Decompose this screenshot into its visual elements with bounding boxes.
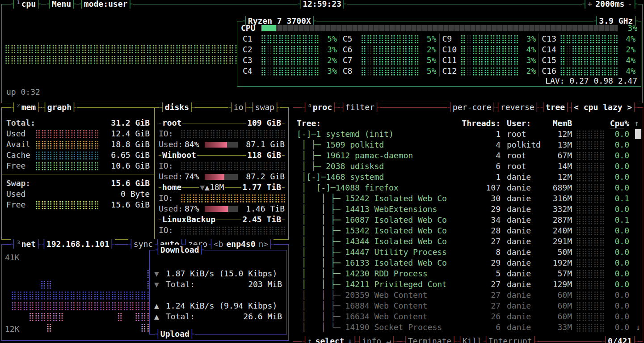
process-row[interactable]: │ │ └─ 14190 Socket Process6danie33M⣿⣿⣿⣿… bbox=[297, 322, 639, 333]
select-up-arrow[interactable]: ↑ bbox=[307, 336, 312, 343]
process-row[interactable]: │ │ ├─ 14211 Privileged Cont27danie129M⣿… bbox=[297, 279, 639, 290]
menu-button[interactable]: Menu bbox=[46, 0, 76, 9]
tab-net[interactable]: ³net bbox=[11, 239, 41, 250]
process-row[interactable]: │ [-]─14088 firefox107danie689M⣿⣿⣿⣿⣿⣿0.0 bbox=[297, 182, 639, 193]
mode-label: mode:user bbox=[84, 0, 128, 9]
disk-io-row: IO:⣿⣿⣿⣿⣿⣿⣿⣿⣿⣿⣿⣿⣿⣿⣿⣿⣿⣿⣿⣿⣿⣿⣿⣿⣿⣿ bbox=[159, 193, 285, 203]
column-memb[interactable]: MemB bbox=[547, 118, 572, 129]
disk-io-label: IO: bbox=[159, 128, 180, 139]
divider-line bbox=[282, 123, 285, 123]
disk-io-meter: ⣿⣿⣿⣿⣿⣿⣿⣿⣿⣿⣿⣿⣿⣿⣿⣿⣿⣿⣿⣿⣿⣿⣿⣿⣿⣿ bbox=[180, 128, 285, 139]
terminate-button[interactable]: Terminate bbox=[403, 336, 457, 343]
select-control[interactable]: ↑ select ↓ bbox=[302, 336, 358, 343]
mem-graph-label: graph bbox=[47, 102, 72, 113]
disk-used-percent: 87% bbox=[185, 203, 202, 214]
process-cpu-meter: ⣿⣿⣿⣿⣿⣿ bbox=[572, 268, 604, 279]
download-scale-label: 41K bbox=[5, 252, 20, 263]
process-threads: 6 bbox=[460, 161, 501, 172]
process-row[interactable]: │[-]─1468 systemd1danie12M⣿⣿⣿⣿⣿⣿0.0 bbox=[297, 172, 639, 182]
disks-swap-toggle[interactable]: swap bbox=[250, 102, 280, 113]
net-sync-toggle[interactable]: sync bbox=[128, 239, 158, 250]
column-user[interactable]: User: bbox=[501, 118, 547, 129]
process-count-value: 0/421 bbox=[608, 336, 632, 343]
process-tree-name: │ │ ├─ 14211 Privileged Cont bbox=[297, 279, 460, 290]
tab-mem[interactable]: ²mem bbox=[11, 102, 41, 113]
scroll-up-arrow[interactable]: ↑ bbox=[629, 118, 639, 129]
divider-line bbox=[216, 220, 241, 220]
mode-toggle[interactable]: mode:user bbox=[79, 0, 133, 9]
interval-increase-button[interactable]: + bbox=[587, 0, 592, 9]
core-label: C14 bbox=[542, 44, 560, 55]
disk-io-meter: ⣿⣿⣿⣿⣿⣿⣿⣿⣿⣿⣿⣿⣿⣿⣿⣿⣿⣿⣿⣿⣿⣿⣿⣿⣿⣿ bbox=[180, 225, 285, 236]
kill-button[interactable]: Kill bbox=[457, 336, 487, 343]
process-user: danie bbox=[501, 215, 547, 225]
mem-row-value: 18.8 GiB bbox=[98, 139, 150, 150]
scroll-down-arrow[interactable]: ↓ bbox=[636, 322, 640, 333]
column-threads[interactable]: Threads: bbox=[460, 118, 501, 129]
column-cpu-sort[interactable]: Cpu% bbox=[604, 118, 629, 129]
process-tree-name: │ │ ├─ 14447 Utility Process bbox=[297, 247, 460, 258]
meter-seg: ⣿⣿⣿⣿⣿⣿⣿⣿ bbox=[472, 66, 518, 76]
info-button[interactable]: info ↵ bbox=[357, 336, 396, 343]
core-percent: 3% bbox=[518, 34, 536, 44]
process-user: danie bbox=[501, 301, 547, 311]
interval-decrease-button[interactable]: - bbox=[627, 0, 632, 9]
process-row[interactable]: │ │ ├─ 15342 Isolated Web Co28danie240M⣿… bbox=[297, 225, 639, 236]
process-row[interactable]: │ │ ├─ 14447 Utility Process8danie50M⣿⣿⣿… bbox=[297, 247, 639, 258]
iface-next-button[interactable]: n> bbox=[259, 239, 269, 250]
mem-content: Total: 31.2 GiB Used⣿⣿⣿⣿⣿⣿⣿⣿⣿⣿⣿⣿⣿12.4 Gi… bbox=[2, 108, 154, 210]
process-row[interactable]: │ │ ├─ 14230 RDD Process5danie57M⣿⣿⣿⣿⣿⣿0… bbox=[297, 268, 639, 279]
tab-proc[interactable]: ⁴proc bbox=[302, 102, 337, 113]
upload-total-row: ▲ Total: 26.6 MiB bbox=[150, 311, 286, 322]
process-row[interactable]: │ │ ├─ 15242 Isolated Web Co30danie316M⣿… bbox=[297, 193, 639, 204]
tab-disks[interactable]: disks bbox=[160, 102, 194, 113]
core-usage-meter: ⣿⣿⣿⣿⣿⣿⣿⣿⣿⣿ bbox=[460, 44, 518, 55]
process-row[interactable]: │ │ ├─ 16884 Web Content27danie60M⣿⣿⣿⣿⣿⣿… bbox=[297, 301, 639, 311]
mem-row-meter: ⣿⣿⣿⣿⣿⣿⣿⣿⣿⣿⣿⣿⣿ bbox=[35, 199, 98, 210]
tree-toggle[interactable]: tree bbox=[540, 102, 570, 113]
sort-selector[interactable]: < cpu lazy > bbox=[568, 102, 637, 113]
interrupt-button[interactable]: Interrupt bbox=[483, 336, 537, 343]
mem-row-label: Free bbox=[6, 161, 35, 171]
net-interface-switcher[interactable]: <b enp4s0 n> bbox=[208, 239, 274, 250]
process-row[interactable]: │ ├─ 1509 polkitd4polkitd13M⣿⣿⣿⣿⣿⣿0.0 bbox=[297, 140, 639, 150]
disks-io-toggle[interactable]: io bbox=[228, 102, 248, 113]
disk-used-label: Used: bbox=[159, 171, 185, 182]
core-percent: 2% bbox=[319, 55, 337, 66]
process-row[interactable]: [-]─1 systemd (init)1root12M⣿⣿⣿⣿⣿⣿0.0 bbox=[297, 129, 639, 140]
filter-button[interactable]: filter bbox=[340, 102, 380, 113]
clock: 12:59:23 bbox=[297, 0, 346, 9]
process-row[interactable]: │ │ ├─ 16634 Web Content26danie60M⣿⣿⣿⣿⣿⣿… bbox=[297, 311, 639, 322]
process-row[interactable]: │ │ ├─ 16087 Isolated Web Co34danie287M⣿… bbox=[297, 215, 639, 225]
process-mem: 67M bbox=[547, 150, 572, 161]
process-cpu-meter: ⣿⣿⣿⣿⣿⣿ bbox=[572, 140, 604, 150]
process-row[interactable]: │ ├─ 19612 pamac-daemon4root67M⣿⣿⣿⣿⣿⣿0.0 bbox=[297, 150, 639, 161]
process-row[interactable]: │ │ ├─ 20359 Web Content27danie60M⣿⣿⣿⣿⣿⣿… bbox=[297, 290, 639, 301]
core-row-C3: C3⣿⣿⣿⣿⣿⣿⣿⣿⣿⣿2% bbox=[240, 55, 340, 66]
scrollbar-thumb[interactable] bbox=[635, 129, 641, 139]
process-cpu-percent: 0.0 bbox=[604, 268, 629, 279]
process-box: ⁴proc filter per-core reverse tree < cpu… bbox=[293, 107, 643, 342]
iface-prev-button[interactable]: <b bbox=[214, 239, 223, 250]
core-label: C16 bbox=[542, 66, 560, 76]
mem-graph-toggle[interactable]: graph bbox=[42, 102, 77, 113]
process-mem: 13M bbox=[547, 140, 572, 150]
select-down-arrow[interactable]: ↓ bbox=[348, 336, 353, 343]
interval-control[interactable]: + 2000ms - bbox=[582, 0, 638, 9]
disk-size: 1.77 TiB bbox=[241, 182, 282, 193]
process-row[interactable]: │ │ ├─ 16133 Isolated Web Co29danie192M⣿… bbox=[297, 258, 639, 268]
core-usage-meter: ⣿⣿⣿⣿⣿⣿⣿⣿⣿⣿ bbox=[460, 55, 518, 66]
disk-used-percent: 84% bbox=[185, 139, 202, 150]
disk-io-row: IO:⣿⣿⣿⣿⣿⣿⣿⣿⣿⣿⣿⣿⣿⣿⣿⣿⣿⣿⣿⣿⣿⣿⣿⣿⣿⣿ bbox=[159, 161, 285, 171]
process-row[interactable]: │ │ ├─ 14413 WebExtensions29danie332M⣿⣿⣿… bbox=[297, 204, 639, 215]
column-tree[interactable]: Tree: bbox=[297, 118, 460, 129]
tab-cpu[interactable]: ¹cpu bbox=[11, 0, 41, 9]
per-core-toggle[interactable]: per-core bbox=[447, 102, 497, 113]
process-tree-name: │ │ ├─ 16133 Isolated Web Co bbox=[297, 258, 460, 268]
process-cpu-percent: 0.1 bbox=[604, 193, 629, 204]
reverse-toggle[interactable]: reverse bbox=[495, 102, 540, 113]
swap-meter-rows: Used0 ByteFree⣿⣿⣿⣿⣿⣿⣿⣿⣿⣿⣿⣿⣿15.6 GiB bbox=[6, 189, 150, 210]
divider-line bbox=[182, 187, 199, 188]
process-row[interactable]: │ ├─ 2038 udisksd6root14M⣿⣿⣿⣿⣿⣿0.0 bbox=[297, 161, 639, 172]
process-row[interactable]: │ │ ├─ 14344 Isolated Web Co27danie291M⣿… bbox=[297, 236, 639, 247]
